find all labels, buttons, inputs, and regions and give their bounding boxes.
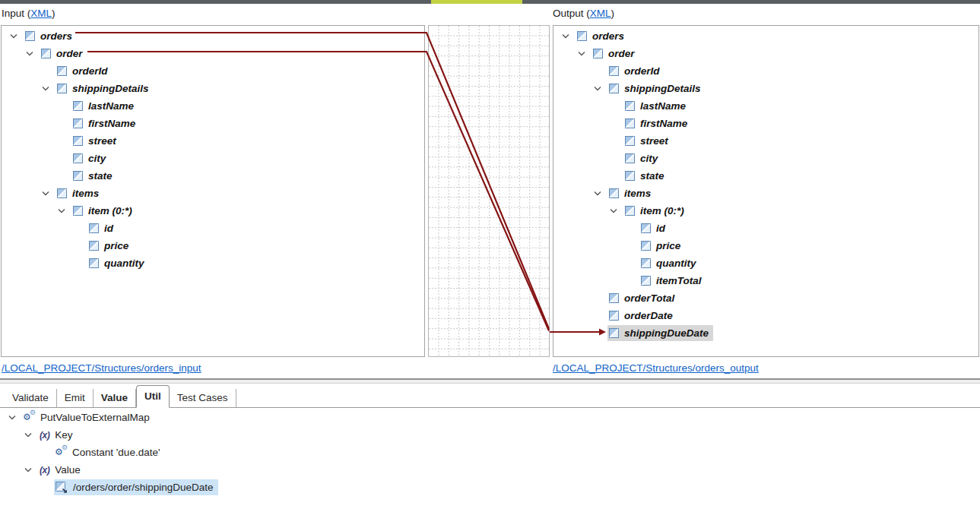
- tree-row-order[interactable]: order: [553, 45, 978, 62]
- tree-row-orders[interactable]: orders: [2, 27, 424, 45]
- tree-row-content: ⚙⚙PutValueToExternalMap: [22, 409, 154, 425]
- chevron-down-icon[interactable]: [592, 86, 607, 91]
- input-structure-link[interactable]: /LOCAL_PROJECT/Structures/orders_input: [2, 362, 201, 374]
- chevron-down-icon[interactable]: [576, 51, 591, 56]
- tree-row-street[interactable]: street: [553, 132, 978, 150]
- tree-row-content: id: [87, 220, 118, 236]
- tree-row-putvaluetoexternalmap[interactable]: ⚙⚙PutValueToExternalMap: [0, 409, 980, 426]
- chevron-down-icon[interactable]: [40, 86, 56, 91]
- tree-node-label: order: [56, 48, 83, 59]
- xml-element-icon: [625, 136, 635, 146]
- chevron-down-icon[interactable]: [23, 467, 38, 472]
- xml-element-icon: [641, 241, 651, 251]
- tree-node-label: orderDate: [624, 310, 673, 321]
- tree-row-content: orderId: [56, 63, 113, 79]
- tree-row-street[interactable]: street: [2, 132, 424, 150]
- chevron-down-icon[interactable]: [608, 208, 623, 213]
- tree-row-content: orderDate: [607, 308, 677, 324]
- tree-row-price[interactable]: price: [553, 237, 978, 254]
- horizontal-splitter[interactable]: [0, 378, 980, 384]
- chevron-down-icon[interactable]: [592, 191, 607, 196]
- tree-row-content: order: [591, 46, 639, 62]
- tree-node-label: quantity: [104, 258, 144, 269]
- input-xml-link[interactable]: XML: [30, 8, 52, 19]
- tree-row-state[interactable]: state: [2, 167, 424, 185]
- tree-row-city[interactable]: city: [553, 150, 978, 167]
- xml-element-icon: [57, 66, 67, 76]
- parameter-fx-icon: (x): [40, 465, 49, 476]
- tree-node-label: state: [640, 170, 664, 182]
- xml-element-icon: [625, 206, 635, 216]
- tree-row-city[interactable]: city: [2, 150, 424, 167]
- util-function-tree: ⚙⚙PutValueToExternalMap(x)Key⚙⚙Constant …: [0, 409, 980, 496]
- mapping-canvas[interactable]: [428, 25, 550, 357]
- xml-element-icon: [609, 188, 619, 198]
- chevron-down-icon[interactable]: [40, 191, 56, 196]
- tree-node-label: city: [640, 153, 658, 164]
- top-scroll-bar: [0, 0, 980, 4]
- tree-row-orderid[interactable]: orderId: [2, 62, 424, 80]
- tree-row-shippingduedate[interactable]: shippingDueDate: [553, 324, 978, 342]
- tree-node-label: orders: [40, 30, 72, 42]
- function-gears-icon: ⚙⚙: [56, 447, 67, 458]
- xml-element-icon: [41, 49, 51, 58]
- tree-node-label: shippingDueDate: [624, 327, 709, 339]
- output-structure-link[interactable]: /LOCAL_PROJECT/Structures/orders_output: [553, 362, 759, 374]
- tree-node-label: street: [88, 135, 116, 147]
- tree-row-quantity[interactable]: quantity: [2, 254, 424, 272]
- tab-emit[interactable]: Emit: [57, 389, 94, 407]
- tree-row-value[interactable]: (x)Value: [0, 461, 980, 479]
- tree-row-orders-order-shippingduedate[interactable]: /orders/order/shippingDueDate: [0, 479, 980, 496]
- tab-value[interactable]: Value: [94, 389, 136, 407]
- tree-row-id[interactable]: id: [553, 220, 978, 237]
- chevron-down-icon[interactable]: [560, 33, 576, 39]
- mapping-grid: [429, 26, 549, 356]
- tab-test-cases[interactable]: Test Cases: [170, 389, 236, 407]
- bottom-tab-bar: ValidateEmitValueUtilTest Cases: [0, 384, 980, 408]
- tree-row-quantity[interactable]: quantity: [553, 254, 978, 272]
- chevron-down-icon[interactable]: [8, 33, 24, 39]
- tree-row-key[interactable]: (x)Key: [0, 426, 980, 444]
- tree-row-lastname[interactable]: lastName: [2, 97, 424, 115]
- tree-row-orders[interactable]: orders: [553, 27, 978, 45]
- tree-row-content: price: [639, 238, 685, 254]
- tree-row-price[interactable]: price: [2, 237, 424, 254]
- tab-validate[interactable]: Validate: [5, 389, 57, 407]
- tree-row-orderdate[interactable]: orderDate: [553, 307, 978, 324]
- output-xml-link[interactable]: XML: [590, 8, 611, 19]
- tree-row-items[interactable]: items: [2, 185, 424, 202]
- xml-element-icon: [593, 49, 603, 58]
- tree-row-firstname[interactable]: firstName: [2, 115, 424, 132]
- tree-row-item-0[interactable]: item (0:*): [2, 202, 424, 220]
- tree-row-order[interactable]: order: [2, 45, 424, 62]
- chevron-down-icon[interactable]: [23, 432, 38, 438]
- chevron-down-icon[interactable]: [24, 51, 40, 56]
- tree-node-label: city: [88, 153, 106, 164]
- tree-row-orderid[interactable]: orderId: [553, 62, 978, 80]
- tree-row-items[interactable]: items: [553, 185, 978, 202]
- tree-row-firstname[interactable]: firstName: [553, 115, 978, 132]
- xml-element-icon: [625, 171, 635, 181]
- tree-row-content: item (0:*): [623, 203, 689, 219]
- tree-row-state[interactable]: state: [553, 167, 978, 185]
- tab-util[interactable]: Util: [136, 385, 170, 408]
- tree-row-content: state: [71, 168, 117, 184]
- top-scroll-thumb[interactable]: [431, 0, 522, 4]
- tree-row-constant-due-date[interactable]: ⚙⚙Constant 'due.date': [0, 444, 980, 461]
- xml-element-icon: [609, 66, 619, 76]
- tree-row-shippingdetails[interactable]: shippingDetails: [553, 80, 978, 97]
- tree-row-item-0[interactable]: item (0:*): [553, 202, 978, 220]
- tree-row-content: firstName: [71, 115, 140, 131]
- xml-element-icon: [73, 206, 83, 216]
- tree-row-ordertotal[interactable]: orderTotal: [553, 289, 978, 307]
- tree-row-shippingdetails[interactable]: shippingDetails: [2, 80, 424, 97]
- chevron-down-icon[interactable]: [56, 208, 71, 213]
- input-title-paren: ): [52, 8, 56, 19]
- tree-row-itemtotal[interactable]: itemTotal: [553, 272, 978, 289]
- tree-row-content: items: [56, 185, 103, 201]
- xml-element-icon: [25, 31, 35, 41]
- tree-row-lastname[interactable]: lastName: [553, 97, 978, 115]
- tree-row-id[interactable]: id: [2, 220, 424, 237]
- tree-node-label: item (0:*): [88, 205, 132, 216]
- chevron-down-icon[interactable]: [7, 415, 22, 420]
